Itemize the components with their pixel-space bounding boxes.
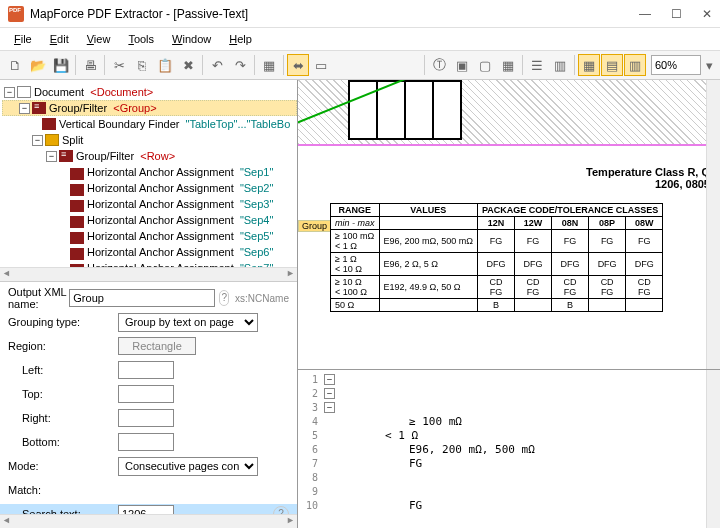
lbl-grouping-type: Grouping type: [8, 316, 118, 328]
lbl-region: Region: [8, 340, 118, 352]
view2-icon[interactable]: ▤ [601, 54, 623, 76]
tree-haa[interactable]: Horizontal Anchor Assignment "Sep6" [2, 244, 297, 260]
save-icon[interactable]: 💾 [50, 54, 72, 76]
tree-split[interactable]: −Split [2, 132, 297, 148]
tree-haa[interactable]: Horizontal Anchor Assignment "Sep2" [2, 180, 297, 196]
preview-scrollbar[interactable] [706, 80, 720, 369]
help-icon[interactable]: ? [219, 290, 229, 306]
pdf-preview[interactable]: Group Temperature Class R, Q1206, 0805 R… [298, 80, 720, 370]
titlebar: MapForce PDF Extractor - [Passive-Text] … [0, 0, 720, 28]
structure-tree[interactable]: −Document <Document> −Group/Filter <Grou… [0, 80, 297, 282]
open-icon[interactable]: 📂 [27, 54, 49, 76]
app-icon [8, 6, 24, 22]
mode-select[interactable]: Consecutive pages containing [118, 457, 258, 476]
fit-page-icon[interactable]: ▭ [310, 54, 332, 76]
grouping-type-select[interactable]: Group by text on page [118, 313, 258, 332]
right-panel: Group Temperature Class R, Q1206, 0805 R… [298, 80, 720, 528]
cut-icon[interactable]: ✂ [108, 54, 130, 76]
maximize-button[interactable]: ☐ [671, 7, 682, 21]
output-name-input[interactable] [69, 289, 215, 307]
left-panel: −Document <Document> −Group/Filter <Grou… [0, 80, 298, 528]
redo-icon[interactable]: ↷ [229, 54, 251, 76]
menu-window[interactable]: Window [164, 31, 219, 47]
menu-tools[interactable]: Tools [120, 31, 162, 47]
window-title: MapForce PDF Extractor - [Passive-Text] [30, 7, 248, 21]
menubar: File Edit View Tools Window Help [0, 28, 720, 50]
lbl-mode: Mode: [8, 460, 118, 472]
minimize-button[interactable]: — [639, 7, 651, 21]
fit-width-icon[interactable]: ⬌ [287, 54, 309, 76]
menu-file[interactable]: File [6, 31, 40, 47]
group-label: Group [298, 220, 331, 232]
top-input[interactable] [118, 385, 174, 403]
bottom-input[interactable] [118, 433, 174, 451]
tree-row[interactable]: −Group/Filter <Row> [2, 148, 297, 164]
tree-haa[interactable]: Horizontal Anchor Assignment "Sep3" [2, 196, 297, 212]
col-icon[interactable]: ▥ [549, 54, 571, 76]
properties-panel: Output XML name:?xs:NCName Grouping type… [0, 282, 297, 528]
lbl-left: Left: [8, 364, 118, 376]
lbl-right: Right: [8, 412, 118, 424]
text-icon[interactable]: Ⓣ [428, 54, 450, 76]
data-table: RANGEVALUESPACKAGE CODE/TOLERANCE CLASSE… [330, 203, 663, 312]
lbl-top: Top: [8, 388, 118, 400]
paste-icon[interactable]: 📋 [154, 54, 176, 76]
xml-output[interactable]: 1−2−3−4≥ 100 mΩ5< 1 Ω6E96, 200 mΩ, 500 m… [298, 370, 720, 528]
delete-icon[interactable]: ✖ [177, 54, 199, 76]
tree-group[interactable]: −Group/Filter <Group> [2, 100, 297, 116]
region-button[interactable]: Rectangle [118, 337, 196, 355]
sheet-icon[interactable]: ▦ [258, 54, 280, 76]
xml-scrollbar[interactable] [706, 370, 720, 528]
props-scrollbar[interactable] [0, 514, 297, 528]
lbl-match: Match: [8, 484, 118, 496]
tree-haa[interactable]: Horizontal Anchor Assignment "Sep1" [2, 164, 297, 180]
print-icon[interactable]: 🖶 [79, 54, 101, 76]
tree-vbf[interactable]: Vertical Boundary Finder "TableTop"..."T… [2, 116, 297, 132]
close-button[interactable]: ✕ [702, 7, 712, 21]
new-icon[interactable]: 🗋 [4, 54, 26, 76]
menu-view[interactable]: View [79, 31, 119, 47]
group-icon[interactable]: ▣ [451, 54, 473, 76]
menu-help[interactable]: Help [221, 31, 260, 47]
undo-icon[interactable]: ↶ [206, 54, 228, 76]
row-icon[interactable]: ☰ [526, 54, 548, 76]
image-icon[interactable]: ▢ [474, 54, 496, 76]
tree-document[interactable]: −Document <Document> [2, 84, 297, 100]
right-input[interactable] [118, 409, 174, 427]
zoom-dropdown-icon[interactable]: ▾ [702, 54, 716, 76]
menu-edit[interactable]: Edit [42, 31, 77, 47]
left-input[interactable] [118, 361, 174, 379]
table-icon[interactable]: ▦ [497, 54, 519, 76]
view3-icon[interactable]: ▥ [624, 54, 646, 76]
tree-haa[interactable]: Horizontal Anchor Assignment "Sep4" [2, 212, 297, 228]
lbl-output-name: Output XML name: [8, 286, 69, 310]
copy-icon[interactable]: ⎘ [131, 54, 153, 76]
view1-icon[interactable]: ▦ [578, 54, 600, 76]
lbl-bottom: Bottom: [8, 436, 118, 448]
preview-title: Temperature Class R, Q1206, 0805 [586, 166, 710, 190]
zoom-input[interactable] [651, 55, 701, 75]
toolbar: 🗋 📂 💾 🖶 ✂ ⎘ 📋 ✖ ↶ ↷ ▦ ⬌ ▭ Ⓣ ▣ ▢ ▦ ☰ ▥ ▦ … [0, 50, 720, 80]
tree-haa[interactable]: Horizontal Anchor Assignment "Sep5" [2, 228, 297, 244]
tree-scrollbar[interactable] [0, 267, 297, 281]
